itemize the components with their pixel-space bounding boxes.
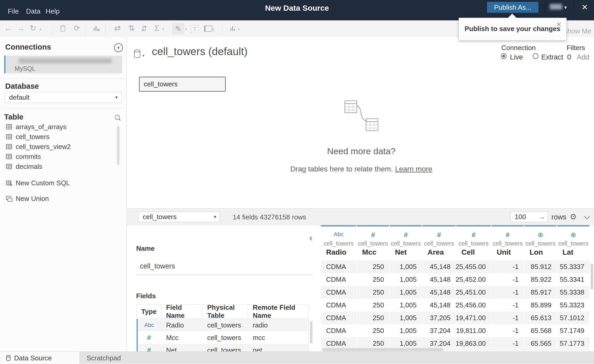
preview-collapse-chevron-icon[interactable] <box>584 213 590 219</box>
fields-table-scrollbar[interactable] <box>310 321 313 344</box>
swap-axes-icon[interactable]: ⇄ <box>114 23 121 33</box>
table-list-item[interactable]: arrays_of_arrays <box>0 122 127 132</box>
collapse-panel-icon[interactable]: ‹ <box>309 232 313 243</box>
fields-row[interactable]: Abc Radio cell_towers radio <box>137 319 308 331</box>
extract-radio[interactable] <box>533 53 538 59</box>
sidebar: Connections + MySQL Database default ▾ T… <box>0 37 127 351</box>
table-list-item[interactable]: commits <box>0 152 127 162</box>
preview-settings-gear-icon[interactable]: ⚙ <box>570 212 577 221</box>
replay-caret-icon[interactable]: ▾ <box>40 27 41 31</box>
grid-data-row[interactable]: CDMA 250 1,005 37,204 19,811.00 -1 65.56… <box>321 324 594 337</box>
toolbar-divider <box>105 22 106 35</box>
tab-data-source[interactable]: Data Source <box>0 352 80 364</box>
fields-row[interactable]: # Mcc cell_towers mcc <box>137 331 308 344</box>
grid-data-row[interactable]: CDMA 250 1,005 45,148 25,455.00 -1 85.91… <box>321 260 594 273</box>
table-item-label: cell_towers_view2 <box>16 143 71 151</box>
grid-cell: 19,811.00 <box>456 324 491 337</box>
fit-caret-icon[interactable]: ▾ <box>212 27 214 31</box>
filters-add-link[interactable]: Add <box>577 53 589 61</box>
preview-table-select-value: cell_towers <box>143 213 177 221</box>
tab-scratchpad[interactable]: Scratchpad <box>87 354 121 362</box>
new-union[interactable]: New Union <box>0 194 127 204</box>
add-connection-icon[interactable]: + <box>114 43 123 52</box>
datasource-pause-icon[interactable] <box>61 25 65 32</box>
grid-column-header[interactable]: # cell_towers Cell <box>456 225 491 260</box>
totals-caret-icon[interactable]: ▾ <box>162 27 164 31</box>
connection-item[interactable]: MySQL <box>4 56 122 73</box>
database-select[interactable]: default ▾ <box>5 92 122 103</box>
grid-column-header[interactable]: ⊕ cell_towers Lon <box>524 225 557 260</box>
live-radio[interactable] <box>501 53 507 59</box>
row-limit-go-icon[interactable]: → <box>539 213 545 220</box>
datasource-cylinder-icon[interactable] <box>134 50 140 58</box>
replay-icon[interactable]: ↻ <box>30 23 36 33</box>
name-input-underline <box>136 275 313 275</box>
grid-data-row[interactable]: CDMA 250 1,005 45,148 25,452.00 -1 85.92… <box>321 273 594 286</box>
redo-icon[interactable]: → <box>17 23 25 33</box>
column-table-label: cell_towers <box>422 240 456 247</box>
grid-data-row[interactable]: CDMA 250 1,005 45,148 25,451.00 -1 85.91… <box>321 286 594 299</box>
column-table-label: cell_towers <box>321 240 356 247</box>
fields-table: Type Field Name Physical Table Remote Fi… <box>136 304 309 351</box>
grid-column-header[interactable]: Abc cell_towers Radio <box>321 225 357 260</box>
text-annotation-icon[interactable]: T <box>191 25 199 33</box>
grid-column-header[interactable]: # cell_towers Area <box>422 225 456 260</box>
table-icon <box>6 154 12 159</box>
show-me-label[interactable]: Show Me <box>563 27 591 35</box>
column-table-label: cell_towers <box>491 240 524 247</box>
tooltip-close-icon[interactable]: ✕ <box>556 21 562 29</box>
datasource-caret-icon[interactable]: ▾ <box>142 53 145 58</box>
publish-as-button[interactable]: Publish As... <box>487 2 538 13</box>
physical-table-cell: cell_towers <box>202 319 248 331</box>
table-list-scrollbar[interactable] <box>117 126 119 165</box>
grid-cell: CDMA <box>321 324 357 337</box>
grid-vertical-scrollbar[interactable] <box>591 264 593 290</box>
column-name: Unit <box>497 248 511 256</box>
new-custom-sql-label: New Custom SQL <box>16 179 70 187</box>
user-menu-caret-icon[interactable]: ▾ <box>564 4 567 10</box>
row-limit-input[interactable]: 100 → <box>511 212 548 222</box>
new-custom-sql[interactable]: ⚙ New Custom SQL <box>0 178 127 188</box>
logical-table-node[interactable]: cell_towers <box>139 77 226 92</box>
grid-cell: 55.3341 <box>557 273 590 286</box>
undo-icon[interactable]: ← <box>4 23 12 33</box>
live-radio-label[interactable]: Live <box>510 53 523 61</box>
fit-icon[interactable] <box>204 26 212 32</box>
grid-column-header[interactable]: # cell_towers Mcc <box>357 225 390 260</box>
grid-column-header[interactable]: # cell_towers Unit <box>491 225 524 260</box>
show-me-chart-icon[interactable] <box>230 26 235 31</box>
database-select-caret-icon: ▾ <box>115 94 118 100</box>
user-name-redacted[interactable] <box>550 4 562 10</box>
extract-radio-label[interactable]: Extract <box>541 53 563 61</box>
grid-cell: 1,005 <box>390 273 422 286</box>
column-name: Area <box>428 248 444 256</box>
sidebar-divider <box>0 108 127 109</box>
show-me-caret-icon[interactable]: ▾ <box>238 27 240 31</box>
refresh-icon[interactable]: ⟳ <box>74 23 80 33</box>
fields-row[interactable]: # Net cell_towers net <box>137 344 308 351</box>
grid-data-row[interactable]: CDMA 250 1,005 37,205 19,471.00 -1 65.61… <box>321 312 594 324</box>
grid-data-row[interactable]: CDMA 250 1,005 45,148 25,456.00 -1 85.89… <box>321 299 594 312</box>
grid-cell: -1 <box>491 273 524 286</box>
highlight-icon[interactable]: ✎ <box>172 23 184 34</box>
table-list-item[interactable]: cell_towers <box>0 132 127 142</box>
grid-column-header[interactable]: # cell_towers Net <box>390 225 422 260</box>
highlight-caret-icon[interactable]: ▾ <box>185 27 187 31</box>
totals-icon[interactable]: Σ <box>154 23 159 33</box>
grid-cell: 57.1749 <box>557 324 590 337</box>
sort-ascending-icon[interactable]: ⇅ <box>128 23 135 33</box>
grid-horizontal-scrollbar[interactable] <box>322 348 443 351</box>
grid-cell: 45,148 <box>422 299 456 312</box>
table-list-item[interactable]: decimals <box>0 162 127 171</box>
table-search-icon[interactable] <box>115 115 120 120</box>
grid-cell: 45,148 <box>422 286 456 299</box>
sort-descending-icon[interactable]: ⇅ <box>141 23 147 33</box>
table-list-item[interactable]: cell_towers_view2 <box>0 142 127 152</box>
preview-table-select[interactable]: cell_towers ▾ <box>138 212 220 222</box>
window-close-icon[interactable]: ✕ <box>581 3 588 12</box>
fields-col-type: Type <box>137 305 161 319</box>
grid-column-header[interactable]: ⊕ cell_towers Lat <box>557 225 590 260</box>
learn-more-link[interactable]: Learn more <box>395 165 432 173</box>
name-input[interactable]: cell_towers <box>140 262 175 270</box>
union-icon <box>6 196 12 201</box>
